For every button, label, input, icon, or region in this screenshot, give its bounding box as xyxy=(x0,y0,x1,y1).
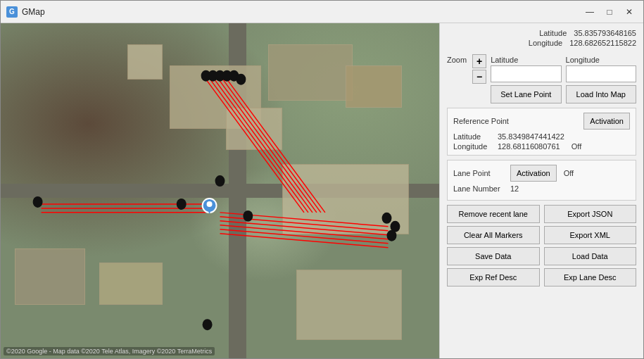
building-7 xyxy=(99,263,163,305)
ref-point-header: Reference Point Activation xyxy=(453,113,630,130)
activation-ref-button[interactable]: Activation xyxy=(583,113,630,130)
lat-input-label: Latitude xyxy=(491,56,561,64)
window-controls: — □ ✕ xyxy=(581,5,638,19)
latitude-input[interactable] xyxy=(491,65,561,82)
lane-number-label: Lane Number xyxy=(453,184,506,193)
building-4 xyxy=(268,44,353,101)
building-2 xyxy=(127,44,163,80)
header-coords: Latitude 35.835793648165 Longitude 128.6… xyxy=(447,29,636,47)
lane-off-label: Off xyxy=(564,169,574,177)
save-load-row: Save Data Load Data xyxy=(447,247,636,265)
window-title: GMap xyxy=(22,7,581,17)
lat-coord-row: Latitude 35.835793648165 xyxy=(524,29,636,37)
building-5 xyxy=(282,164,409,234)
exp-lane-desc-button[interactable]: Exp Lane Desc xyxy=(544,268,637,286)
lane-number-row: Lane Number 12 xyxy=(453,184,630,193)
lat-lon-inputs: Latitude Longitude xyxy=(491,56,636,82)
title-bar: G GMap — □ ✕ xyxy=(1,1,643,23)
map-copyright: ©2020 Google - Map data ©2020 Tele Atlas… xyxy=(4,347,215,355)
lon-header-value: 128.682652115822 xyxy=(569,39,636,47)
zoom-section: Zoom + − xyxy=(447,54,486,84)
ref-lon-row: Longitude 128.68116080761 Off xyxy=(453,142,630,151)
lane-point-row: Lane Point Activation Off xyxy=(453,165,630,182)
set-lane-point-button[interactable]: Set Lane Point xyxy=(491,85,561,103)
remove-recent-button[interactable]: Remove recent lane xyxy=(447,205,540,223)
load-into-map-button[interactable]: Load Into Map xyxy=(566,85,636,103)
ref-point-title: Reference Point xyxy=(453,117,509,125)
ref-lon-label: Longitude xyxy=(453,142,492,151)
longitude-input-group: Longitude xyxy=(566,56,636,82)
zoom-controls: + − xyxy=(472,54,486,84)
map-area[interactable]: ©2020 Google - Map data ©2020 Tele Atlas… xyxy=(1,23,439,358)
lane-number-value: 12 xyxy=(510,184,519,193)
latitude-input-group: Latitude xyxy=(491,56,561,82)
lat-header-label: Latitude xyxy=(524,29,567,37)
clear-export-xml-row: Clear All Markers Export XML xyxy=(447,226,636,244)
maximize-button[interactable]: □ xyxy=(601,5,618,19)
reference-point-section: Reference Point Activation Latitude 35.8… xyxy=(447,108,636,156)
building-8 xyxy=(296,270,402,340)
action-buttons: Remove recent lane Export JSON Clear All… xyxy=(447,205,636,286)
ref-lat-label: Latitude xyxy=(453,132,492,141)
lon-header-label: Longitude xyxy=(520,39,562,47)
longitude-input[interactable] xyxy=(566,65,636,82)
zoom-out-button[interactable]: − xyxy=(472,70,486,84)
exp-desc-row: Exp Ref Desc Exp Lane Desc xyxy=(447,268,636,286)
building-9 xyxy=(346,65,402,108)
building-3 xyxy=(226,108,282,150)
set-load-buttons: Set Lane Point Load Into Map xyxy=(491,85,636,103)
lane-point-section: Lane Point Activation Off Lane Number 12 xyxy=(447,160,636,201)
zoom-label: Zoom xyxy=(447,54,467,64)
ref-lon-value: 128.68116080761 xyxy=(498,142,560,151)
load-data-button[interactable]: Load Data xyxy=(544,247,637,265)
zoom-inputs-row: Zoom + − Latitude Longitude xyxy=(447,54,636,103)
ref-lat-row: Latitude 35.8349847441422 xyxy=(453,132,630,141)
lon-input-label: Longitude xyxy=(566,56,636,64)
ref-lat-value: 35.8349847441422 xyxy=(498,132,564,141)
content-area: ©2020 Google - Map data ©2020 Tele Atlas… xyxy=(1,23,643,358)
lon-coord-row: Longitude 128.682652115822 xyxy=(520,39,636,47)
right-panel: Latitude 35.835793648165 Longitude 128.6… xyxy=(439,23,643,358)
lane-point-label: Lane Point xyxy=(453,169,506,177)
clear-all-markers-button[interactable]: Clear All Markers xyxy=(447,226,540,244)
minimize-button[interactable]: — xyxy=(581,5,598,19)
lat-lon-inputs-wrapper: Latitude Longitude Set Lane Point Load I… xyxy=(491,54,636,103)
remove-export-json-row: Remove recent lane Export JSON xyxy=(447,205,636,223)
close-button[interactable]: ✕ xyxy=(621,5,638,19)
building-6 xyxy=(15,248,85,305)
ref-off-label: Off xyxy=(572,142,581,151)
export-json-button[interactable]: Export JSON xyxy=(544,205,637,223)
save-data-button[interactable]: Save Data xyxy=(447,247,540,265)
zoom-in-button[interactable]: + xyxy=(472,54,486,68)
export-xml-button[interactable]: Export XML xyxy=(544,226,637,244)
lat-header-value: 35.835793648165 xyxy=(574,29,636,37)
app-icon: G xyxy=(6,6,18,18)
ref-point-coords: Latitude 35.8349847441422 Longitude 128.… xyxy=(453,132,630,151)
main-window: G GMap — □ ✕ xyxy=(0,0,644,359)
activation-lane-button[interactable]: Activation xyxy=(510,165,557,182)
exp-ref-desc-button[interactable]: Exp Ref Desc xyxy=(447,268,540,286)
